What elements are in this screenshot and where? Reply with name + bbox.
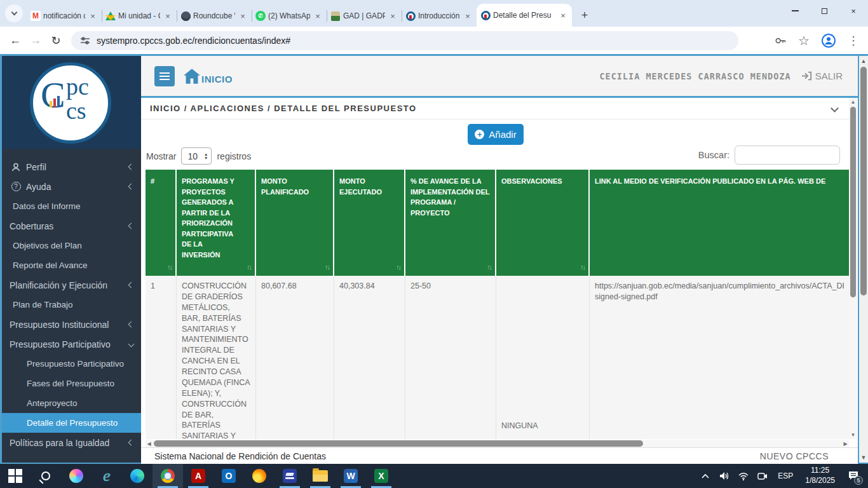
bookmark-star-icon[interactable]: ☆ [798, 33, 810, 48]
sidebar-item-presupuesto-institucional[interactable]: Presupuesto Institucional [2, 315, 141, 334]
forward-button[interactable]: → [25, 34, 46, 47]
sidebar-subitem-fases-presupuesto[interactable]: Fases del Presupuesto [2, 374, 141, 393]
tab-search-button[interactable] [5, 4, 23, 22]
taskbar-excel[interactable]: X [366, 464, 397, 488]
language-indicator[interactable]: ESP [773, 471, 797, 480]
scroll-down-icon[interactable]: ▼ [849, 432, 857, 438]
taskbar-outlook[interactable]: O [214, 464, 244, 488]
sort-icon[interactable]: ↑↓ [325, 262, 329, 273]
taskbar-edge[interactable] [122, 464, 153, 488]
notification-center-button[interactable]: 5 [843, 464, 864, 488]
link-line[interactable]: signed-signed.pdf [595, 292, 844, 302]
sidebar-item-presupuesto-participativo[interactable]: Presupuesto Participativo [2, 334, 141, 354]
sidebar-item-plan-trabajo[interactable]: Plan de Trabajo [2, 295, 141, 315]
back-button[interactable]: ← [5, 34, 25, 47]
tab-close-icon[interactable]: × [388, 11, 398, 21]
clock[interactable]: 11:25 1/8/2025 [800, 466, 840, 485]
link-line[interactable]: https://sanjuan.gob.ec/media/sanjuan/cum… [595, 281, 844, 292]
sidebar-item-coberturas[interactable]: Coberturas [2, 216, 141, 236]
taskbar-chrome[interactable] [153, 464, 183, 488]
sidebar-subitem-detalle-presupuesto[interactable]: Detalle del Presupuesto [2, 413, 141, 433]
logout-button[interactable]: SALIR [801, 71, 843, 81]
url-text[interactable]: systempro.cpccs.gob.ec/rendicioncuentas/… [97, 36, 290, 46]
scroll-down-icon[interactable]: ▼ [859, 454, 868, 461]
tab-close-icon[interactable]: × [163, 11, 173, 21]
close-button[interactable]: × [839, 0, 868, 22]
add-button[interactable]: + Añadir [468, 124, 524, 145]
search-input[interactable] [735, 146, 840, 165]
sidebar-item-datos-informe[interactable]: Datos del Informe [2, 196, 141, 216]
start-button[interactable] [0, 464, 31, 488]
password-key-icon[interactable] [774, 34, 787, 47]
tab-roundcube[interactable]: Roundcube Web × [177, 5, 252, 27]
new-tab-button[interactable]: + [576, 6, 593, 24]
browser-scrollbar[interactable]: ▲ ▼ [859, 56, 868, 463]
sidebar-subitem-anteproyecto[interactable]: Anteproyecto [2, 393, 141, 413]
sidebar-item-planificacion[interactable]: Planificación y Ejecución [2, 275, 141, 295]
meet-now-button[interactable] [754, 464, 771, 488]
collapse-chevron-icon[interactable] [831, 104, 839, 112]
taskbar-scanner[interactable] [275, 464, 305, 488]
tab-close-icon[interactable]: × [88, 11, 98, 21]
tab-gmail[interactable]: M notificación de n × [27, 5, 102, 27]
sidebar-item-objetivos-plan[interactable]: Objetivos del Plan [2, 236, 141, 255]
tab-close-icon[interactable]: × [558, 11, 568, 20]
tab-gad[interactable]: GAD | GADPR Sa × [327, 5, 402, 27]
browser-menu-icon[interactable]: ⋮ [848, 34, 859, 48]
taskbar: e A O W X ESP 11:25 1/8/2025 5 [0, 464, 868, 488]
sort-icon[interactable]: ↑↓ [247, 262, 251, 273]
tab-close-icon[interactable]: × [238, 11, 248, 21]
taskbar-copilot[interactable] [61, 464, 92, 488]
inner-vertical-scrollbar[interactable]: ▲ ▼ [849, 98, 857, 439]
tab-close-icon[interactable]: × [463, 11, 473, 21]
taskbar-file-explorer[interactable] [305, 464, 336, 488]
sidebar-subitem-presupuesto-participativo[interactable]: Presupuesto Participativo [2, 354, 141, 374]
column-header-num[interactable]: #↑↓ [146, 170, 177, 276]
scroll-up-icon[interactable]: ▲ [859, 58, 868, 64]
sidebar-item-perfil[interactable]: Perfil [2, 157, 141, 177]
taskbar-search-button[interactable] [31, 464, 61, 488]
taskbar-internet-explorer[interactable]: e [92, 464, 122, 488]
scroll-right-icon[interactable]: ▶ [842, 441, 849, 447]
tab-introduccion[interactable]: Introducción | Re × [402, 5, 477, 27]
column-header-link[interactable]: LINK AL MEDIO DE VERIFICACIÓN PUBLICADO … [590, 170, 849, 276]
taskbar-firefox[interactable] [244, 464, 275, 488]
tab-detalle-presupuesto-active[interactable]: Detalle del Presu × [477, 4, 572, 27]
home-link[interactable]: INICIO [182, 68, 233, 85]
column-header-observaciones[interactable]: OBSERVACIONES↑↓ [496, 170, 590, 276]
tab-close-icon[interactable]: × [313, 11, 323, 21]
taskbar-word[interactable]: W [336, 464, 366, 488]
taskbar-acrobat[interactable]: A [183, 464, 214, 488]
scroll-up-icon[interactable]: ▲ [849, 99, 857, 105]
volume-button[interactable] [716, 464, 733, 488]
network-button[interactable] [735, 464, 752, 488]
tab-drive[interactable]: Mi unidad - Goo × [102, 5, 177, 27]
sidebar-item-reporte-avance[interactable]: Reporte del Avance [2, 255, 141, 275]
tray-expand-button[interactable] [697, 464, 714, 488]
page-size-select[interactable]: 10 ▲▼ [181, 147, 212, 165]
sort-icon[interactable]: ↑↓ [580, 262, 585, 273]
url-bar[interactable]: systempro.cpccs.gob.ec/rendicioncuentas/… [71, 31, 738, 50]
profile-avatar-icon[interactable] [821, 33, 836, 48]
sidebar-item-politicas-igualdad[interactable]: Políticas para la Igualdad [2, 433, 141, 452]
browser-scroll-thumb[interactable] [860, 67, 867, 295]
column-header-programa[interactable]: PROGRAMAS Y PROYECTOS GENERADOS A PARTIR… [177, 170, 256, 276]
reload-button[interactable]: ↻ [46, 34, 66, 48]
sort-icon[interactable]: ↑↓ [396, 262, 400, 273]
horizontal-scrollbar[interactable]: ◀ ▶ [146, 440, 849, 447]
maximize-button[interactable] [810, 0, 839, 22]
sort-icon[interactable]: ↑↓ [487, 262, 491, 273]
minimize-button[interactable] [780, 0, 810, 22]
site-info-icon[interactable] [80, 36, 90, 46]
home-icon [182, 68, 201, 85]
column-header-avance[interactable]: % DE AVANCE DE LA IMPLEMENTACIÓN DEL PRO… [405, 170, 496, 276]
column-header-monto-planificado[interactable]: MONTO PLANIFICADO↑↓ [256, 170, 334, 276]
sort-icon[interactable]: ↑↓ [167, 262, 172, 273]
inner-scroll-thumb[interactable] [850, 107, 856, 297]
column-header-monto-ejecutado[interactable]: MONTO EJECUTADO↑↓ [334, 170, 405, 276]
menu-toggle-button[interactable] [154, 66, 175, 86]
horizontal-scroll-thumb[interactable] [154, 440, 643, 447]
tab-whatsapp[interactable]: ✆ (2) WhatsApp × [252, 5, 327, 27]
scroll-left-icon[interactable]: ◀ [146, 441, 153, 447]
sidebar-item-ayuda[interactable]: ? Ayuda [2, 177, 141, 196]
